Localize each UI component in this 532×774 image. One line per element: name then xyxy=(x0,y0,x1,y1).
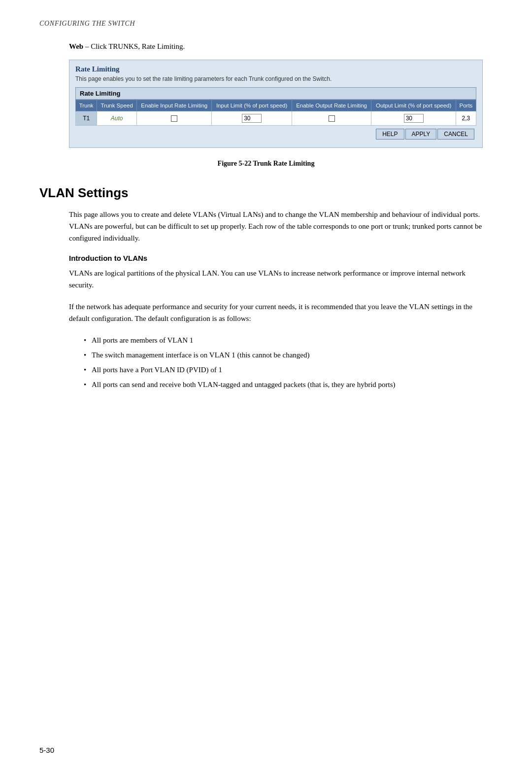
col-trunk: Trunk xyxy=(76,100,97,111)
help-button[interactable]: HELP xyxy=(376,129,404,140)
cell-ports: 2,3 xyxy=(456,111,476,126)
table-section-header: Rate Limiting xyxy=(75,87,476,100)
page-header: Configuring the Switch xyxy=(39,20,493,28)
col-input-limit: Input Limit (% of port speed) xyxy=(212,100,292,111)
figure-caption: Figure 5-22 Trunk Rate Limiting xyxy=(39,160,493,168)
vlan-section: VLAN Settings This page allows you to cr… xyxy=(39,185,493,390)
output-limit-field[interactable] xyxy=(404,114,424,123)
col-trunk-speed: Trunk Speed xyxy=(97,100,137,111)
list-item: All ports are members of VLAN 1 xyxy=(84,334,483,346)
list-item: All ports have a Port VLAN ID (PVID) of … xyxy=(84,364,483,376)
web-instruction-body: Click TRUNKS, Rate Limiting. xyxy=(91,42,185,50)
apply-button[interactable]: APPLY xyxy=(405,129,437,140)
widget-description: This page enables you to set the rate li… xyxy=(75,75,476,82)
col-enable-output: Enable Output Rate Limiting xyxy=(292,100,371,111)
vlan-heading: VLAN Settings xyxy=(39,185,493,201)
input-limit-field[interactable] xyxy=(242,114,262,123)
web-instruction: Web – Click TRUNKS, Rate Limiting. xyxy=(69,42,493,51)
col-ports: Ports xyxy=(456,100,476,111)
col-enable-input: Enable Input Rate Limiting xyxy=(137,100,212,111)
intro-vlan-para: VLANs are logical partitions of the phys… xyxy=(69,267,483,291)
table-row: T1 Auto 2,3 xyxy=(76,111,476,126)
col-output-limit: Output Limit (% of port speed) xyxy=(371,100,456,111)
web-label: Web xyxy=(69,42,83,50)
default-config-para: If the network has adequate performance … xyxy=(69,301,483,324)
list-item: The switch management interface is on VL… xyxy=(84,349,483,361)
cancel-button[interactable]: CANCEL xyxy=(437,129,474,140)
rate-limiting-table: Trunk Trunk Speed Enable Input Rate Limi… xyxy=(75,100,476,126)
widget-container: Rate Limiting This page enables you to s… xyxy=(69,60,483,148)
widget-title: Rate Limiting xyxy=(75,65,476,73)
intro-vlan-heading: Introduction to VLANs xyxy=(69,254,493,262)
page-number: 5-30 xyxy=(39,746,54,754)
enable-output-checkbox[interactable] xyxy=(329,115,335,122)
cell-enable-output[interactable] xyxy=(292,111,371,126)
bullet-list: All ports are members of VLAN 1 The swit… xyxy=(84,334,483,390)
enable-input-checkbox[interactable] xyxy=(171,115,177,122)
cell-trunk-speed: Auto xyxy=(97,111,137,126)
button-row: HELP APPLY CANCEL xyxy=(75,126,476,141)
cell-enable-input[interactable] xyxy=(137,111,212,126)
cell-input-limit[interactable] xyxy=(212,111,292,126)
web-dash-char: – xyxy=(85,42,89,50)
list-item: All ports can send and receive both VLAN… xyxy=(84,379,483,390)
cell-trunk: T1 xyxy=(76,111,97,126)
cell-output-limit[interactable] xyxy=(371,111,456,126)
vlan-intro: This page allows you to create and delet… xyxy=(69,209,483,244)
